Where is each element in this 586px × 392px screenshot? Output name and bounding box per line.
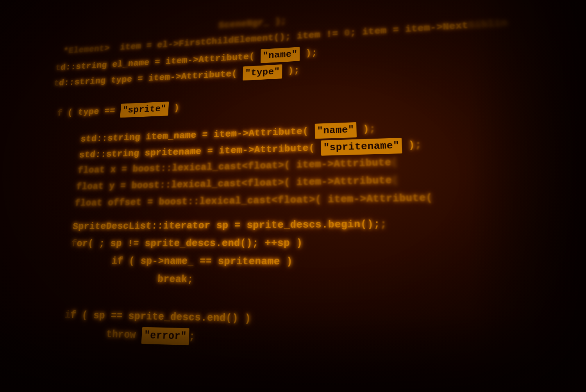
highlight-sprite: "sprite" (120, 102, 169, 118)
code-line-20: throw "error"; (70, 310, 197, 362)
highlight-error: "error" (141, 327, 189, 345)
code-container: SceneNgr_ ); *Element> item = el->FirstC… (0, 0, 586, 392)
screen: SceneNgr_ ); *Element> item = el->FirstC… (0, 0, 586, 392)
highlight-type: "type" (243, 64, 282, 80)
